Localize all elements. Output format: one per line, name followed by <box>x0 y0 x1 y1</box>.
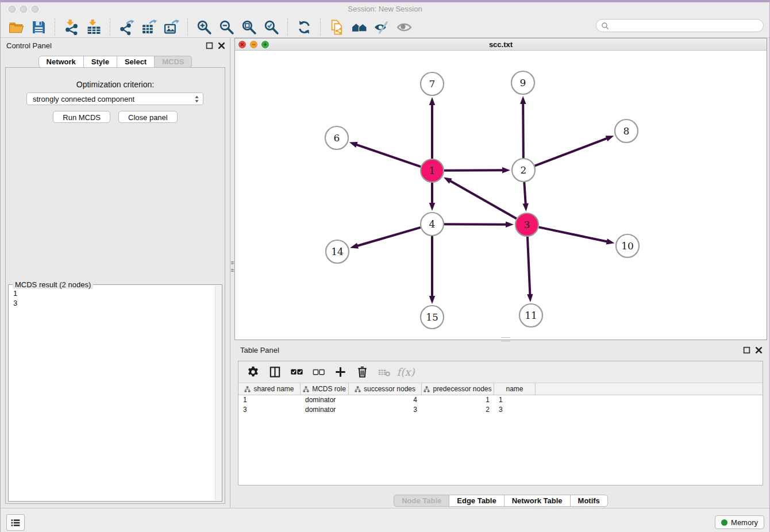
edge-1-2[interactable] <box>444 170 503 171</box>
network-canvas[interactable]: 7968124314101511 <box>235 51 767 340</box>
close-panel-button[interactable]: Close panel <box>118 111 178 123</box>
column-header-label: MCDS role <box>312 385 346 393</box>
edge-3-10[interactable] <box>539 227 608 241</box>
edge-4-3[interactable] <box>444 224 507 225</box>
tab-select[interactable]: Select <box>117 56 155 68</box>
table-header-row: shared nameMCDS rolesuccessor nodesprede… <box>238 383 763 395</box>
graph-node-label-14: 14 <box>331 246 344 257</box>
network-graph[interactable]: 7968124314101511 <box>235 51 767 340</box>
edge-1-6[interactable] <box>356 144 421 167</box>
tab-style[interactable]: Style <box>83 56 117 68</box>
table-cell[interactable]: 3 <box>349 405 422 415</box>
refresh-icon[interactable] <box>295 18 314 36</box>
zoom-selected-icon[interactable] <box>262 18 281 36</box>
task-history-button[interactable] <box>6 514 25 531</box>
control-panel-header: Control Panel <box>1 38 230 54</box>
float-panel-icon[interactable] <box>206 42 213 49</box>
edge-2-9[interactable] <box>523 103 523 158</box>
table-row[interactable]: 1dominator411 <box>238 395 763 405</box>
hierarchy-icon <box>303 386 309 392</box>
column-header-predecessor-nodes[interactable]: predecessor nodes <box>422 383 494 395</box>
column-header-successor-nodes[interactable]: successor nodes <box>349 383 422 395</box>
deselect-all-columns-icon[interactable] <box>310 364 327 381</box>
table-cell[interactable]: 1 <box>422 395 494 405</box>
table-settings-icon[interactable] <box>244 364 261 381</box>
mcds-result-node: 1 <box>13 288 210 298</box>
graph-node-label-2: 2 <box>521 164 527 176</box>
mcds-result-list[interactable]: 13 <box>9 286 215 501</box>
table-cell[interactable]: 1 <box>494 395 536 405</box>
home-icon[interactable] <box>350 18 369 36</box>
edge-2-3[interactable] <box>524 182 525 205</box>
import-table-icon[interactable] <box>84 18 103 36</box>
table-cell[interactable]: 4 <box>349 395 422 405</box>
edge-3-1[interactable] <box>449 180 516 218</box>
arrowhead-2-3 <box>522 203 528 211</box>
graph-node-label-4: 4 <box>429 218 436 230</box>
tab-mcds[interactable]: MCDS <box>154 56 192 68</box>
delete-table-icon <box>375 364 392 381</box>
column-header-shared-name[interactable]: shared name <box>238 383 301 395</box>
table-tab-network-table[interactable]: Network Table <box>504 495 571 507</box>
close-table-panel-icon[interactable] <box>755 346 763 354</box>
edge-4-14[interactable] <box>357 228 421 246</box>
table-cell[interactable]: 3 <box>238 405 301 415</box>
control-panel-tabs: NetworkStyleSelectMCDS <box>1 56 230 68</box>
arrowhead-3-11 <box>527 294 533 302</box>
table-tab-edge-table[interactable]: Edge Table <box>449 495 504 507</box>
table-tab-node-table[interactable]: Node Table <box>394 495 449 507</box>
table-tab-motifs[interactable]: Motifs <box>570 495 608 507</box>
graph-node-label-15: 15 <box>426 311 438 323</box>
split-columns-icon[interactable] <box>266 364 283 381</box>
column-header-MCDS-role[interactable]: MCDS role <box>301 383 349 395</box>
zoom-out-icon[interactable] <box>217 18 236 36</box>
criterion-value: strongly connected component <box>33 95 194 103</box>
column-header-name[interactable]: name <box>494 383 536 395</box>
status-bar: Memory <box>1 508 769 532</box>
memory-button[interactable]: Memory <box>715 515 764 529</box>
export-table-icon[interactable] <box>140 18 159 36</box>
table-row[interactable]: 3dominator323 <box>238 405 763 415</box>
network-resize-handle[interactable] <box>501 337 510 341</box>
network-window-titlebar[interactable]: scc.txt <box>235 38 767 51</box>
clone-network-icon[interactable] <box>328 18 346 36</box>
delete-column-icon[interactable] <box>353 364 371 381</box>
arrowhead-3-10 <box>606 238 615 244</box>
float-table-panel-icon[interactable] <box>743 346 750 354</box>
table-cell[interactable]: 2 <box>422 405 494 415</box>
graph-node-label-11: 11 <box>525 310 537 321</box>
column-header-label: predecessor nodes <box>433 385 491 393</box>
arrowhead-4-3 <box>506 222 514 228</box>
arrowhead-1-7 <box>429 97 435 105</box>
search-input[interactable] <box>611 21 763 30</box>
search-box[interactable] <box>596 19 764 32</box>
zoom-fit-icon[interactable] <box>240 18 259 36</box>
import-network-icon[interactable] <box>62 18 81 36</box>
edge-2-8[interactable] <box>535 138 608 165</box>
table-rows: 1dominator4113dominator323 <box>238 395 763 415</box>
run-mcds-button[interactable]: Run MCDS <box>53 111 110 123</box>
export-network-icon[interactable] <box>117 18 136 36</box>
birds-eye-view-icon[interactable] <box>395 18 414 36</box>
edge-3-11[interactable] <box>528 237 530 295</box>
criterion-dropdown[interactable]: strongly connected component <box>26 92 203 105</box>
result-scrollbar[interactable] <box>215 286 222 500</box>
save-session-icon[interactable] <box>29 18 48 36</box>
graph-node-label-9: 9 <box>520 77 526 88</box>
hide-view-icon[interactable] <box>372 18 391 36</box>
column-header-label: successor nodes <box>364 385 415 393</box>
export-image-icon[interactable] <box>162 18 181 36</box>
add-column-icon[interactable] <box>332 364 349 381</box>
close-panel-icon[interactable] <box>218 42 225 49</box>
zoom-in-icon[interactable] <box>195 18 214 36</box>
select-all-columns-icon[interactable] <box>288 364 305 381</box>
table-cell[interactable]: 3 <box>494 405 536 415</box>
table-cell[interactable]: dominator <box>301 405 349 415</box>
node-table[interactable]: shared nameMCDS rolesuccessor nodesprede… <box>238 383 763 485</box>
panel-splitter-handle[interactable] <box>231 261 234 272</box>
table-cell[interactable]: dominator <box>301 395 349 405</box>
tab-network[interactable]: Network <box>38 56 84 68</box>
table-cell[interactable]: 1 <box>238 395 301 405</box>
optimization-criterion-label: Optimization criterion: <box>6 80 225 89</box>
open-session-icon[interactable] <box>7 18 26 36</box>
